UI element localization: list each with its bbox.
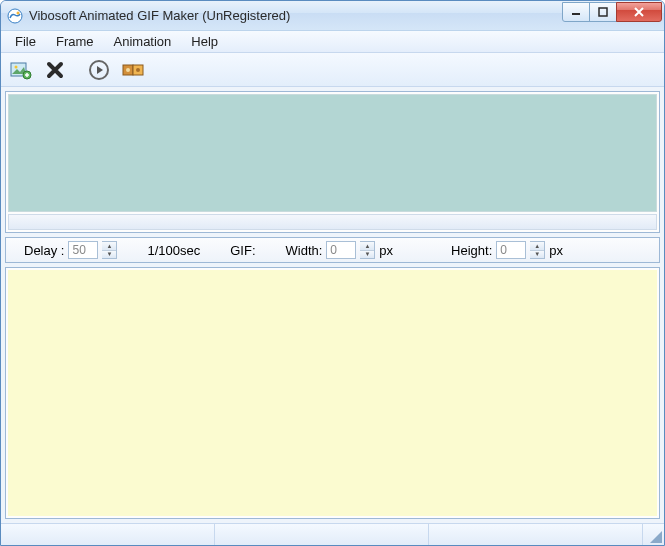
status-cell-1 (1, 524, 215, 545)
maximize-icon (598, 7, 608, 17)
app-icon (7, 8, 23, 24)
app-window: Vibosoft Animated GIF Maker (UnRegistere… (0, 0, 665, 546)
toolbar (1, 53, 664, 87)
menu-help[interactable]: Help (181, 32, 228, 51)
minimize-button[interactable] (562, 2, 590, 22)
gif-label: GIF: (230, 243, 255, 258)
chevron-down-icon[interactable]: ▼ (360, 251, 374, 259)
height-input[interactable]: 0 (496, 241, 526, 259)
play-button[interactable] (87, 58, 111, 82)
svg-point-0 (8, 9, 22, 23)
play-icon (88, 59, 110, 81)
chevron-down-icon[interactable]: ▼ (102, 251, 116, 259)
client-area: Delay : 50 ▲ ▼ 1/100sec GIF: Width: 0 ▲ … (1, 87, 664, 523)
delay-label: Delay : (24, 243, 64, 258)
close-button[interactable] (616, 2, 662, 22)
chevron-down-icon[interactable]: ▼ (530, 251, 544, 259)
title-bar[interactable]: Vibosoft Animated GIF Maker (UnRegistere… (1, 1, 664, 31)
delete-frame-button[interactable] (43, 58, 67, 82)
export-icon (122, 61, 144, 79)
close-icon (633, 7, 645, 17)
resize-grip-cell[interactable] (643, 524, 664, 545)
window-controls (563, 2, 662, 22)
svg-rect-2 (572, 13, 580, 15)
width-input[interactable]: 0 (326, 241, 356, 259)
canvas-area[interactable] (8, 270, 657, 516)
chevron-up-icon[interactable]: ▲ (360, 242, 374, 251)
svg-point-5 (15, 65, 18, 68)
frames-preview-area[interactable] (8, 94, 657, 212)
status-cell-2 (215, 524, 429, 545)
window-title: Vibosoft Animated GIF Maker (UnRegistere… (29, 8, 290, 23)
status-cell-3 (429, 524, 643, 545)
menu-animation[interactable]: Animation (104, 32, 182, 51)
width-spinner[interactable]: ▲ ▼ (360, 241, 375, 259)
resize-grip-icon[interactable] (650, 531, 662, 543)
chevron-up-icon[interactable]: ▲ (530, 242, 544, 251)
width-label: Width: (286, 243, 323, 258)
export-button[interactable] (121, 58, 145, 82)
menu-file[interactable]: File (5, 32, 46, 51)
add-frame-icon (10, 60, 32, 80)
delay-unit-label: 1/100sec (147, 243, 200, 258)
svg-point-11 (136, 68, 140, 72)
svg-rect-3 (599, 8, 607, 16)
chevron-up-icon[interactable]: ▲ (102, 242, 116, 251)
canvas-panel (5, 267, 660, 519)
add-frame-button[interactable] (9, 58, 33, 82)
delay-spinner[interactable]: ▲ ▼ (102, 241, 117, 259)
maximize-button[interactable] (589, 2, 617, 22)
minimize-icon (571, 7, 581, 17)
frames-scrollbar[interactable] (8, 214, 657, 230)
properties-bar: Delay : 50 ▲ ▼ 1/100sec GIF: Width: 0 ▲ … (5, 237, 660, 263)
menu-frame[interactable]: Frame (46, 32, 104, 51)
width-unit: px (379, 243, 393, 258)
svg-point-10 (126, 68, 130, 72)
status-bar (1, 523, 664, 545)
frames-panel (5, 91, 660, 233)
delay-input[interactable]: 50 (68, 241, 98, 259)
menu-bar: File Frame Animation Help (1, 31, 664, 53)
height-spinner[interactable]: ▲ ▼ (530, 241, 545, 259)
delete-icon (45, 60, 65, 80)
height-label: Height: (451, 243, 492, 258)
svg-point-1 (17, 11, 20, 14)
height-unit: px (549, 243, 563, 258)
